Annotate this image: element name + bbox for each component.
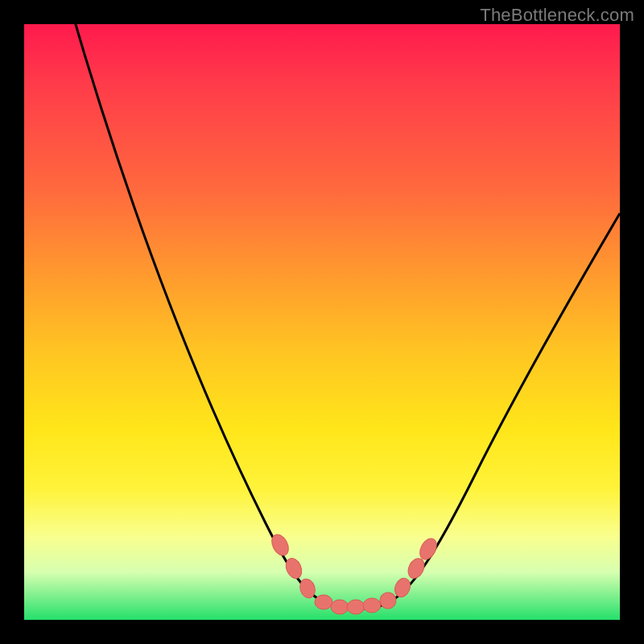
svg-point-4 (331, 600, 349, 614)
svg-point-8 (392, 576, 413, 600)
svg-point-3 (315, 595, 332, 609)
svg-point-5 (347, 600, 365, 614)
svg-point-7 (378, 591, 398, 610)
curve-layer (24, 24, 620, 620)
svg-point-6 (363, 598, 381, 613)
trough-markers (268, 531, 440, 614)
bottleneck-curve (68, 0, 620, 609)
plot-area (24, 24, 620, 620)
watermark-text: TheBottleneck.com (480, 5, 634, 26)
chart-frame: TheBottleneck.com (0, 0, 644, 644)
